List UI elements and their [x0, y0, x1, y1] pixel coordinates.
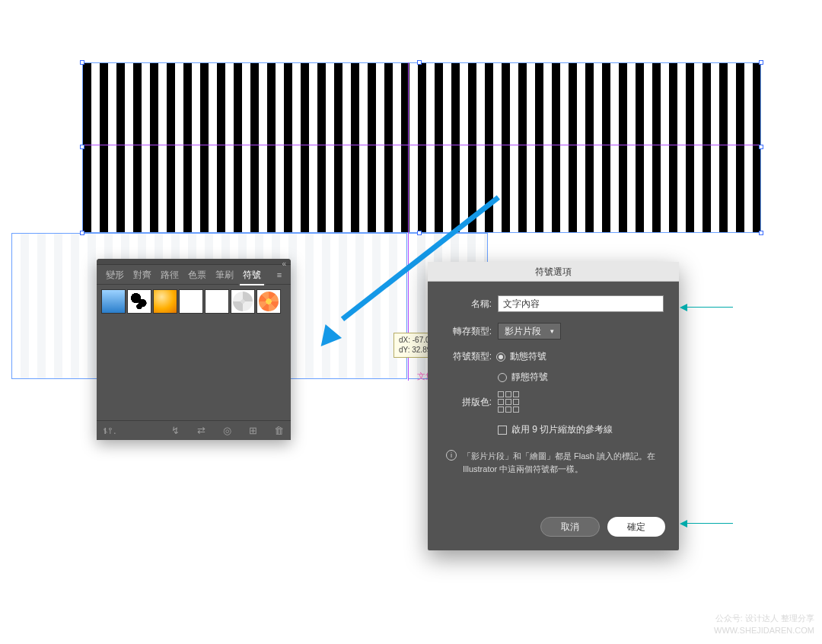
symbol-options-dialog[interactable]: 符號選項 名稱: 轉存類型: 影片片段 ▾ 符號類型: 動態符號 靜態符號 拼版…	[428, 262, 679, 550]
tab-align[interactable]: 對齊	[129, 265, 156, 285]
selection-handle[interactable]	[80, 231, 84, 235]
name-input[interactable]	[498, 295, 664, 312]
nine-slice-label: 啟用 9 切片縮放的參考線	[511, 423, 613, 436]
dialog-title: 符號選項	[428, 262, 679, 282]
callout-arrow-name	[687, 307, 733, 308]
selection-handle[interactable]	[759, 145, 763, 149]
selection-handle[interactable]	[759, 231, 763, 235]
symbol-options-icon[interactable]: ◎	[221, 425, 233, 436]
tab-brushes[interactable]: 筆刷	[211, 265, 238, 285]
name-label: 名稱:	[443, 298, 492, 311]
symbol-swatch-row	[97, 285, 291, 318]
ok-button[interactable]: 確定	[607, 517, 665, 537]
export-type-label: 轉存類型:	[443, 325, 492, 338]
symbol-swatch[interactable]	[153, 289, 177, 314]
registration-grid[interactable]	[498, 391, 519, 413]
info-text: 「影片片段」和「繪圖」都是 Flash 讀入的標記。在 Illustrator …	[463, 450, 661, 475]
watermark-line2: WWW.SHEJIDAREN.COM	[714, 625, 814, 636]
symbol-swatch[interactable]	[179, 289, 203, 314]
watermark-line1: 公众号: 设计达人 整理分享	[714, 613, 814, 624]
tab-swatches[interactable]: 色票	[183, 265, 211, 285]
registration-label: 拼版色:	[443, 396, 492, 409]
radio-dynamic-label: 動態符號	[510, 350, 546, 363]
symbols-panel[interactable]: « 變形 對齊 路徑 色票 筆刷 符號 ≡ ⫮⫯. ↯ ⇄ ◎ ⊞ 🗑	[97, 259, 291, 440]
panel-tabs: 變形 對齊 路徑 色票 筆刷 符號 ≡	[97, 265, 291, 285]
callout-arrow-ok	[687, 523, 733, 524]
pattern-dark-block[interactable]	[82, 62, 761, 233]
panel-footer: ⫮⫯. ↯ ⇄ ◎ ⊞ 🗑	[97, 420, 291, 440]
symbol-swatch[interactable]	[256, 289, 281, 314]
selection-handle[interactable]	[759, 60, 763, 65]
radio-static-label: 靜態符號	[511, 371, 548, 384]
panel-collapse-icon[interactable]: «	[282, 260, 286, 268]
info-icon: i	[446, 450, 457, 461]
symbol-swatch[interactable]	[127, 289, 151, 314]
nine-slice-checkbox[interactable]	[498, 426, 507, 435]
break-link-icon[interactable]: ↯	[169, 425, 181, 436]
selection-handle[interactable]	[80, 145, 84, 149]
tab-symbols[interactable]: 符號	[238, 265, 266, 285]
selection-handle[interactable]	[417, 60, 422, 65]
symbol-library-icon[interactable]: ⫮⫯.	[103, 425, 115, 436]
symbol-type-label: 符號類型:	[443, 350, 492, 363]
export-type-dropdown[interactable]: 影片片段 ▾	[498, 323, 561, 340]
selection-handle[interactable]	[417, 231, 422, 235]
cancel-button[interactable]: 取消	[540, 517, 600, 537]
delete-symbol-icon[interactable]: 🗑	[272, 425, 285, 436]
watermark: 公众号: 设计达人 整理分享 WWW.SHEJIDAREN.COM	[714, 613, 814, 636]
tab-pathfinder[interactable]: 路徑	[156, 265, 183, 285]
symbol-swatch[interactable]	[101, 289, 126, 314]
new-symbol-icon[interactable]: ⊞	[247, 425, 259, 436]
export-type-value: 影片片段	[505, 325, 541, 338]
radio-dynamic[interactable]	[496, 352, 505, 362]
radio-static[interactable]	[498, 373, 507, 382]
panel-menu-icon[interactable]: ≡	[272, 270, 286, 279]
tab-transform[interactable]: 變形	[101, 265, 129, 285]
place-instance-icon[interactable]: ⇄	[195, 425, 207, 436]
selection-handle[interactable]	[80, 60, 84, 65]
chevron-down-icon: ▾	[550, 327, 554, 335]
guide-horizontal	[82, 145, 761, 145]
symbol-swatch[interactable]	[205, 289, 229, 314]
symbol-swatch[interactable]	[231, 289, 255, 314]
